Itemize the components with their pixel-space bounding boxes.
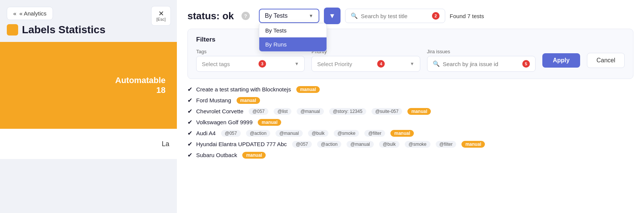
search-input[interactable] (361, 13, 429, 19)
close-icon: ✕ (158, 10, 164, 17)
test-name: Ford Mustang (196, 97, 231, 103)
tag-action: @action (317, 141, 341, 148)
jira-search-icon: 🔍 (433, 60, 440, 67)
check-icon: ✔ (187, 151, 192, 159)
tag-057: @057 (249, 108, 268, 115)
test-item: ✔ Subaru Outback manual (187, 151, 633, 159)
bottom-label: La (162, 140, 169, 148)
tag-smoke: @smoke (405, 141, 430, 148)
search-badge: 2 (432, 12, 440, 20)
test-item: ✔ Audi A4 @057 @action @manual @bulk @sm… (187, 130, 633, 137)
priority-arrow-icon: ▼ (410, 61, 415, 66)
help-icon[interactable]: ? (242, 12, 250, 20)
analytics-button[interactable]: « « Analytics (7, 7, 53, 20)
check-icon: ✔ (187, 86, 192, 93)
automatable-text: Automatable18 (115, 76, 166, 95)
test-name: Hyundai Elantra UPDATED 777 Abc (196, 141, 287, 147)
filters-section: Filters Tags Select tags 3 ▼ Priority Se… (187, 29, 633, 79)
jira-badge: 5 (522, 60, 530, 68)
tag-action: @action (246, 130, 270, 137)
analytics-label: « Analytics (19, 10, 46, 17)
filter-icon-button[interactable]: ▼ (324, 8, 341, 24)
manual-tag: manual (390, 130, 414, 137)
test-item: ✔ Create a test starting with Blocknotej… (187, 86, 633, 93)
test-name: Audi A4 (196, 130, 216, 136)
priority-label: Priority (311, 49, 420, 54)
right-panel: status: ok ? By Tests ▼ By Tests By Runs… (177, 0, 644, 213)
manual-tag: manual (258, 119, 281, 126)
apply-button[interactable]: Apply (542, 53, 580, 68)
manual-tag: manual (407, 108, 431, 115)
top-row: status: ok ? By Tests ▼ By Tests By Runs… (187, 8, 633, 24)
filters-row: Tags Select tags 3 ▼ Priority Select Pri… (196, 49, 625, 72)
view-mode-dropdown[interactable]: By Tests ▼ By Tests By Runs (259, 9, 319, 23)
check-icon: ✔ (187, 130, 192, 137)
tags-arrow-icon: ▼ (294, 61, 299, 66)
dropdown-value: By Tests (265, 12, 288, 19)
tag-bulk: @bulk (308, 130, 328, 137)
tag-057: @057 (221, 130, 241, 137)
jira-search[interactable]: 🔍 5 (427, 56, 536, 72)
left-panel: « « Analytics Labels Statistics ✕ [Esc] … (0, 0, 177, 213)
manual-tag: manual (237, 97, 260, 104)
jira-filter-group: Jira issues 🔍 5 (427, 49, 536, 72)
check-icon: ✔ (187, 97, 192, 104)
dropdown-trigger[interactable]: By Tests ▼ (259, 9, 319, 23)
test-item: ✔ Hyundai Elantra UPDATED 777 Abc @057 @… (187, 140, 633, 148)
tag-smoke: @smoke (334, 130, 359, 137)
automatable-block: Automatable18 (0, 42, 177, 129)
tag-manual-text: @manual (276, 130, 303, 137)
priority-select[interactable]: Select Priority 4 ▼ (311, 56, 420, 72)
tag-suite: @suite-057 (372, 108, 402, 115)
bottom-label-area: La (0, 129, 177, 159)
check-icon: ✔ (187, 108, 192, 115)
check-icon: ✔ (187, 140, 192, 148)
test-item: ✔ Volkswagen Golf 9999 manual (187, 119, 633, 126)
check-icon: ✔ (187, 119, 192, 126)
dropdown-item-by-tests[interactable]: By Tests (259, 23, 327, 37)
tag-filter: @filter (364, 130, 385, 137)
close-esc-button[interactable]: ✕ [Esc] (151, 6, 171, 26)
esc-label: [Esc] (156, 17, 166, 22)
dropdown-menu: By Tests By Runs (259, 23, 327, 52)
dropdown-item-by-runs[interactable]: By Runs (259, 37, 327, 51)
tags-filter-group: Tags Select tags 3 ▼ (196, 49, 305, 72)
tag-story: @story: 12345 (329, 108, 366, 115)
chevron-left-icon: « (13, 10, 16, 17)
tags-badge: 3 (259, 60, 266, 68)
status-title: status: ok (187, 10, 234, 22)
dropdown-arrow: ▼ (309, 13, 313, 19)
label-icon (7, 24, 18, 36)
funnel-icon: ▼ (329, 12, 336, 20)
cancel-button[interactable]: Cancel (587, 53, 625, 68)
tag-list: @list (274, 108, 291, 115)
tag-manual-text: @manual (297, 108, 324, 115)
manual-tag: manual (461, 141, 485, 148)
jira-input[interactable] (443, 61, 519, 67)
tag-filter: @filter (436, 141, 457, 148)
test-name: Volkswagen Golf 9999 (196, 119, 252, 125)
priority-filter-group: Priority Select Priority 4 ▼ (311, 49, 420, 72)
test-name: Subaru Outback (196, 152, 237, 158)
jira-label: Jira issues (427, 49, 536, 54)
found-tests-label: Found 7 tests (450, 13, 484, 19)
search-icon: 🔍 (351, 12, 358, 19)
tag-manual-text: @manual (347, 141, 374, 148)
priority-placeholder: Select Priority (317, 61, 352, 67)
test-name: Chevrolet Corvette (196, 108, 243, 114)
test-name: Create a test starting with Blocknotejs (196, 86, 291, 93)
manual-tag: manual (296, 86, 320, 93)
tags-select[interactable]: Select tags 3 ▼ (196, 56, 305, 72)
search-box[interactable]: 🔍 2 (345, 9, 445, 23)
tags-placeholder: Select tags (202, 61, 230, 67)
test-list: ✔ Create a test starting with Blocknotej… (187, 86, 633, 159)
page-title: Labels Statistics (7, 24, 177, 36)
priority-badge: 4 (377, 60, 385, 68)
test-item: ✔ Ford Mustang manual (187, 97, 633, 104)
manual-tag: manual (242, 152, 266, 159)
tag-bulk: @bulk (379, 141, 399, 148)
test-item: ✔ Chevrolet Corvette @057 @list @manual … (187, 108, 633, 115)
tag-057: @057 (292, 141, 312, 148)
